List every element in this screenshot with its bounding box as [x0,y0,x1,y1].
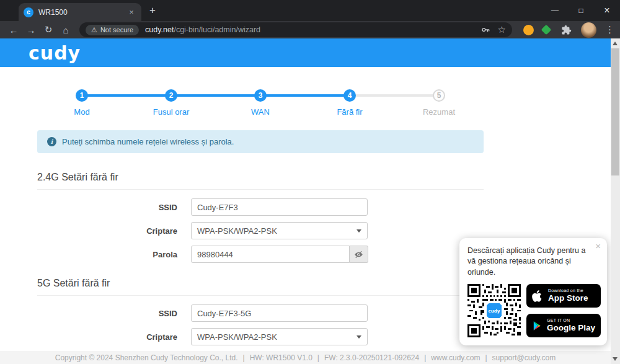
encryption-24g-select[interactable]: WPA-PSK/WPA2-PSK [191,222,368,239]
info-alert-text: Puteți schimba numele rețelei wireless ș… [62,137,234,146]
encryption-5g-label: Criptare [37,332,191,342]
section-title-5g: 5G Setări fără fir [37,278,484,296]
forward-button[interactable]: → [24,25,38,35]
cudy-favicon-icon: c [24,7,33,17]
step-wan-label: WAN [251,107,270,117]
cudy-logo: cudy [29,42,81,64]
vertical-scrollbar[interactable] [611,38,620,364]
address-bar[interactable]: ⚠ Not secure cudy.net/cgi-bin/luci/admin… [79,22,512,37]
minimize-button[interactable]: — [542,0,568,21]
footer-divider: | [485,353,487,362]
password-key-icon[interactable] [480,25,490,35]
extension-icon-green[interactable] [541,25,552,35]
scrollbar-thumb[interactable] [611,48,619,175]
encryption-24g-value: WPA-PSK/WPA2-PSK [197,226,277,236]
app-store-badge[interactable]: Download on the App Store [526,284,601,308]
step-summary-label: Rezumat [423,107,455,117]
encryption-5g-select[interactable]: WPA-PSK/WPA2-PSK [191,328,368,345]
app-download-popup: × Descărcați aplicația Cudy pentru a vă … [459,238,607,346]
security-label: Not secure [100,26,133,33]
google-play-small-text: GET IT ON [547,318,595,323]
reload-button[interactable]: ↻ [41,24,56,35]
app-store-big-text: App Store [548,294,588,303]
wizard-stepper: 1 Mod 2 Fusul orar 3 WAN 4 Fără fir [37,89,484,117]
encryption-5g-value: WPA-PSK/WPA2-PSK [197,332,277,342]
google-play-big-text: Google Play [547,324,595,333]
cudy-website-link[interactable]: www.cudy.com [431,353,480,362]
step-wireless-dot[interactable]: 4 [343,89,356,102]
warning-icon: ⚠ [91,26,97,34]
google-play-badge[interactable]: GET IT ON Google Play [526,314,601,337]
tab-strip: c WR1500 × + — □ × [0,0,620,21]
step-mod-dot[interactable]: 1 [76,89,88,102]
copyright-text: Copyright © 2024 Shenzhen Cudy Technolog… [55,353,238,362]
step-wan-dot[interactable]: 3 [254,89,267,102]
url-domain: cudy.net [145,25,174,34]
step-timezone-dot[interactable]: 2 [165,89,177,102]
site-header: cudy [0,38,611,67]
extensions-puzzle-icon[interactable] [561,25,572,35]
page-url: cudy.net/cgi-bin/luci/admin/wizard [145,25,260,34]
encryption-24g-label: Criptare [37,226,191,236]
ssid-24g-input[interactable] [191,198,368,216]
browser-window: c WR1500 × + — □ × ← → ↻ ⌂ ⚠ Not secure … [0,0,620,364]
step-mod-label: Mod [74,107,89,117]
popup-close-icon[interactable]: × [595,241,601,251]
browser-toolbar: ← → ↻ ⌂ ⚠ Not secure cudy.net/cgi-bin/lu… [0,21,620,38]
security-chip[interactable]: ⚠ Not secure [86,25,139,35]
toggle-password-visibility-button[interactable] [350,246,368,263]
footer-divider: | [424,353,426,362]
step-wireless: 4 Fără fir [305,89,394,117]
chevron-down-icon [356,229,361,233]
apple-icon [532,289,544,303]
section-title-24g: 2.4G Setări fără fir [37,172,484,190]
info-icon: i [47,137,56,146]
tab-title: WR1500 [38,8,126,17]
firmware-version: FW: 2.3.0-20250121-092624 [324,353,419,362]
qr-code: cudy [467,284,521,337]
browser-tab[interactable]: c WR1500 × [19,3,141,21]
back-button[interactable]: ← [6,25,21,35]
ssid-5g-input[interactable] [191,304,368,322]
step-wan: 3 WAN [216,89,305,117]
close-window-button[interactable]: × [594,0,620,21]
eye-off-icon [354,250,363,259]
password-24g-row: Parola [37,246,484,263]
step-timezone-label: Fusul orar [153,107,190,117]
page-footer: Copyright © 2024 Shenzhen Cudy Technolog… [0,351,611,364]
profile-avatar[interactable] [581,22,596,38]
info-alert: i Puteți schimba numele rețelei wireless… [37,130,484,153]
footer-divider: | [243,353,245,362]
step-wireless-label: Fără fir [337,107,362,117]
step-summary-dot[interactable]: 5 [433,89,445,102]
hardware-version: HW: WR1500 V1.0 [250,353,312,362]
window-controls: — □ × [542,0,620,21]
step-mod: 1 Mod [37,89,126,117]
new-tab-button[interactable]: + [149,4,156,17]
ssid-24g-label: SSID [37,203,191,212]
app-store-small-text: Download on the [548,288,588,293]
wizard-page: cudy 1 Mod 2 Fusul orar 3 [0,38,611,364]
encryption-5g-row: Criptare WPA-PSK/WPA2-PSK [37,328,484,345]
encryption-24g-row: Criptare WPA-PSK/WPA2-PSK [37,222,484,239]
ssid-24g-row: SSID [37,198,484,216]
home-button[interactable]: ⌂ [58,25,73,35]
bookmark-star-icon[interactable]: ☆ [498,24,506,35]
ssid-5g-label: SSID [37,309,191,318]
scroll-up-arrow-icon[interactable] [613,42,618,45]
password-24g-label: Parola [37,250,191,259]
tab-close-icon[interactable]: × [126,7,136,17]
extension-icon-orange[interactable] [523,25,534,35]
footer-divider: | [317,353,319,362]
url-path: /cgi-bin/luci/admin/wizard [174,25,260,34]
google-play-icon [532,320,542,332]
popup-message: Descărcați aplicația Cudy pentru a vă ge… [467,246,599,278]
step-summary: 5 Rezumat [394,89,484,117]
step-timezone: 2 Fusul orar [126,89,216,117]
support-email-link[interactable]: support@cudy.com [492,353,556,362]
scroll-down-arrow-icon[interactable] [613,357,618,361]
chevron-down-icon [356,335,361,339]
password-24g-input[interactable] [191,246,350,263]
browser-menu-icon[interactable]: ⋮ [605,24,614,35]
maximize-button[interactable]: □ [568,0,594,21]
